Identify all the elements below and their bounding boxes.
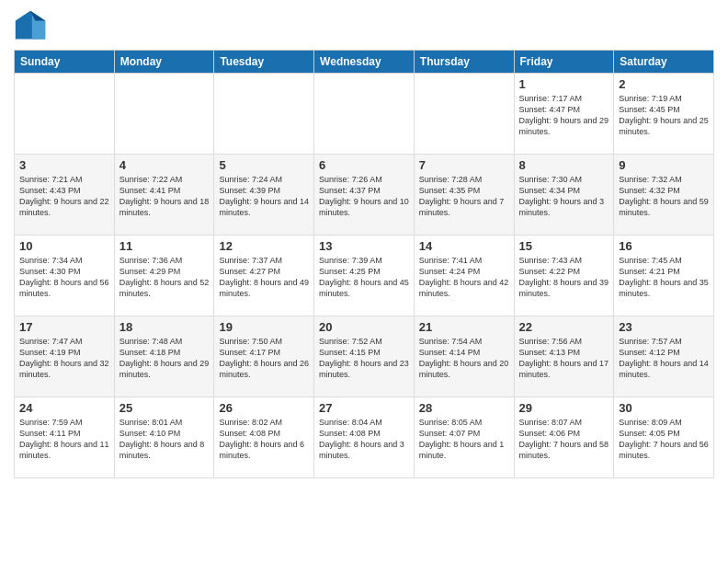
day-number: 18 <box>119 320 210 334</box>
calendar-cell: 4Sunrise: 7:22 AM Sunset: 4:41 PM Daylig… <box>114 155 214 236</box>
calendar-cell: 12Sunrise: 7:37 AM Sunset: 4:27 PM Dayli… <box>214 236 314 316</box>
calendar-cell: 20Sunrise: 7:52 AM Sunset: 4:15 PM Dayli… <box>314 316 415 397</box>
day-number: 14 <box>419 239 509 253</box>
day-info: Sunrise: 8:07 AM Sunset: 4:06 PM Dayligh… <box>519 417 609 462</box>
calendar-cell: 21Sunrise: 7:54 AM Sunset: 4:14 PM Dayli… <box>414 316 514 397</box>
calendar-cell: 10Sunrise: 7:34 AM Sunset: 4:30 PM Dayli… <box>15 236 115 316</box>
calendar-cell <box>15 74 115 155</box>
day-number: 26 <box>219 401 309 415</box>
calendar-cell: 8Sunrise: 7:30 AM Sunset: 4:34 PM Daylig… <box>514 155 614 236</box>
calendar-header-saturday: Saturday <box>614 51 714 74</box>
calendar-cell: 22Sunrise: 7:56 AM Sunset: 4:13 PM Dayli… <box>514 316 614 397</box>
calendar-cell: 5Sunrise: 7:24 AM Sunset: 4:39 PM Daylig… <box>214 155 314 236</box>
day-number: 7 <box>419 158 509 172</box>
calendar-table: SundayMondayTuesdayWednesdayThursdayFrid… <box>14 50 714 478</box>
calendar-week-4: 17Sunrise: 7:47 AM Sunset: 4:19 PM Dayli… <box>15 316 714 397</box>
calendar-cell: 29Sunrise: 8:07 AM Sunset: 4:06 PM Dayli… <box>514 397 614 478</box>
calendar-cell: 18Sunrise: 7:48 AM Sunset: 4:18 PM Dayli… <box>114 316 214 397</box>
day-info: Sunrise: 7:48 AM Sunset: 4:18 PM Dayligh… <box>119 336 210 381</box>
calendar-cell: 14Sunrise: 7:41 AM Sunset: 4:24 PM Dayli… <box>414 236 514 316</box>
day-number: 23 <box>619 320 709 334</box>
calendar-cell: 17Sunrise: 7:47 AM Sunset: 4:19 PM Dayli… <box>15 316 115 397</box>
calendar-cell <box>214 74 314 155</box>
day-info: Sunrise: 8:04 AM Sunset: 4:08 PM Dayligh… <box>319 417 409 462</box>
day-info: Sunrise: 7:36 AM Sunset: 4:29 PM Dayligh… <box>119 255 210 300</box>
day-number: 21 <box>419 320 509 334</box>
calendar-header-monday: Monday <box>114 51 214 74</box>
day-info: Sunrise: 7:32 AM Sunset: 4:32 PM Dayligh… <box>619 174 709 219</box>
calendar-cell: 7Sunrise: 7:28 AM Sunset: 4:35 PM Daylig… <box>414 155 514 236</box>
day-number: 6 <box>319 158 409 172</box>
calendar-week-2: 3Sunrise: 7:21 AM Sunset: 4:43 PM Daylig… <box>15 155 714 236</box>
day-number: 22 <box>519 320 609 334</box>
logo <box>14 9 51 42</box>
day-number: 2 <box>619 77 709 91</box>
calendar-cell: 25Sunrise: 8:01 AM Sunset: 4:10 PM Dayli… <box>114 397 214 478</box>
calendar-header-sunday: Sunday <box>15 51 115 74</box>
day-number: 5 <box>219 158 309 172</box>
day-number: 30 <box>619 401 709 415</box>
calendar-cell: 2Sunrise: 7:19 AM Sunset: 4:45 PM Daylig… <box>614 74 714 155</box>
day-number: 1 <box>519 77 609 91</box>
calendar-cell: 6Sunrise: 7:26 AM Sunset: 4:37 PM Daylig… <box>314 155 415 236</box>
calendar-page: SundayMondayTuesdayWednesdayThursdayFrid… <box>0 0 728 563</box>
day-number: 8 <box>519 158 609 172</box>
calendar-cell: 1Sunrise: 7:17 AM Sunset: 4:47 PM Daylig… <box>514 74 614 155</box>
day-info: Sunrise: 7:57 AM Sunset: 4:12 PM Dayligh… <box>619 336 709 381</box>
calendar-cell: 3Sunrise: 7:21 AM Sunset: 4:43 PM Daylig… <box>15 155 115 236</box>
day-info: Sunrise: 7:17 AM Sunset: 4:47 PM Dayligh… <box>519 93 609 138</box>
calendar-week-1: 1Sunrise: 7:17 AM Sunset: 4:47 PM Daylig… <box>15 74 714 155</box>
day-info: Sunrise: 7:50 AM Sunset: 4:17 PM Dayligh… <box>219 336 309 381</box>
day-info: Sunrise: 7:28 AM Sunset: 4:35 PM Dayligh… <box>419 174 509 219</box>
day-info: Sunrise: 7:47 AM Sunset: 4:19 PM Dayligh… <box>19 336 109 381</box>
calendar-header-row: SundayMondayTuesdayWednesdayThursdayFrid… <box>15 51 714 74</box>
day-number: 13 <box>319 239 409 253</box>
day-info: Sunrise: 7:24 AM Sunset: 4:39 PM Dayligh… <box>219 174 309 219</box>
calendar-week-3: 10Sunrise: 7:34 AM Sunset: 4:30 PM Dayli… <box>15 236 714 316</box>
calendar-cell: 16Sunrise: 7:45 AM Sunset: 4:21 PM Dayli… <box>614 236 714 316</box>
calendar-cell: 23Sunrise: 7:57 AM Sunset: 4:12 PM Dayli… <box>614 316 714 397</box>
day-number: 25 <box>119 401 210 415</box>
day-info: Sunrise: 8:09 AM Sunset: 4:05 PM Dayligh… <box>619 417 709 462</box>
day-info: Sunrise: 7:34 AM Sunset: 4:30 PM Dayligh… <box>19 255 109 300</box>
calendar-cell: 24Sunrise: 7:59 AM Sunset: 4:11 PM Dayli… <box>15 397 115 478</box>
day-number: 16 <box>619 239 709 253</box>
day-info: Sunrise: 8:02 AM Sunset: 4:08 PM Dayligh… <box>219 417 309 462</box>
day-number: 29 <box>519 401 609 415</box>
calendar-header-thursday: Thursday <box>414 51 514 74</box>
day-number: 27 <box>319 401 409 415</box>
day-info: Sunrise: 7:26 AM Sunset: 4:37 PM Dayligh… <box>319 174 409 219</box>
logo-icon <box>14 9 47 42</box>
calendar-cell: 9Sunrise: 7:32 AM Sunset: 4:32 PM Daylig… <box>614 155 714 236</box>
day-number: 11 <box>119 239 210 253</box>
calendar-cell: 13Sunrise: 7:39 AM Sunset: 4:25 PM Dayli… <box>314 236 415 316</box>
day-number: 20 <box>319 320 409 334</box>
day-number: 17 <box>19 320 109 334</box>
day-number: 28 <box>419 401 509 415</box>
day-info: Sunrise: 7:39 AM Sunset: 4:25 PM Dayligh… <box>319 255 409 300</box>
day-info: Sunrise: 7:19 AM Sunset: 4:45 PM Dayligh… <box>619 93 709 138</box>
day-info: Sunrise: 7:37 AM Sunset: 4:27 PM Dayligh… <box>219 255 309 300</box>
day-info: Sunrise: 7:54 AM Sunset: 4:14 PM Dayligh… <box>419 336 509 381</box>
day-number: 9 <box>619 158 709 172</box>
calendar-cell <box>114 74 214 155</box>
calendar-cell <box>414 74 514 155</box>
day-info: Sunrise: 7:52 AM Sunset: 4:15 PM Dayligh… <box>319 336 409 381</box>
day-number: 4 <box>119 158 210 172</box>
page-header <box>14 9 714 42</box>
calendar-cell: 27Sunrise: 8:04 AM Sunset: 4:08 PM Dayli… <box>314 397 415 478</box>
day-info: Sunrise: 7:43 AM Sunset: 4:22 PM Dayligh… <box>519 255 609 300</box>
calendar-header-wednesday: Wednesday <box>314 51 415 74</box>
day-info: Sunrise: 7:22 AM Sunset: 4:41 PM Dayligh… <box>119 174 210 219</box>
day-info: Sunrise: 7:59 AM Sunset: 4:11 PM Dayligh… <box>19 417 109 462</box>
calendar-cell <box>314 74 415 155</box>
day-info: Sunrise: 7:41 AM Sunset: 4:24 PM Dayligh… <box>419 255 509 300</box>
day-number: 19 <box>219 320 309 334</box>
calendar-cell: 26Sunrise: 8:02 AM Sunset: 4:08 PM Dayli… <box>214 397 314 478</box>
calendar-header-tuesday: Tuesday <box>214 51 314 74</box>
calendar-cell: 28Sunrise: 8:05 AM Sunset: 4:07 PM Dayli… <box>414 397 514 478</box>
day-info: Sunrise: 7:45 AM Sunset: 4:21 PM Dayligh… <box>619 255 709 300</box>
calendar-cell: 30Sunrise: 8:09 AM Sunset: 4:05 PM Dayli… <box>614 397 714 478</box>
calendar-cell: 15Sunrise: 7:43 AM Sunset: 4:22 PM Dayli… <box>514 236 614 316</box>
day-info: Sunrise: 7:56 AM Sunset: 4:13 PM Dayligh… <box>519 336 609 381</box>
